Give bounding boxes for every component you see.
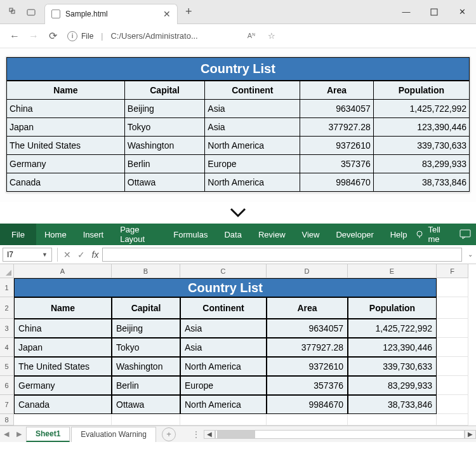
scroll-left-button[interactable]: ◀ [204,430,215,439]
cell[interactable] [437,278,468,297]
tell-me-button[interactable]: Tell me [428,225,444,244]
cell[interactable]: 9984670 [267,395,348,414]
cell[interactable]: 339,730,633 [348,357,437,376]
cell[interactable] [437,297,468,319]
ribbon-tab-developer[interactable]: Developer [327,224,381,245]
tabs-icon[interactable] [25,6,37,18]
cancel-formula-button[interactable]: ✕ [60,248,74,262]
cell[interactable] [437,338,468,357]
new-sheet-button[interactable]: + [162,427,176,441]
col-header[interactable]: F [437,264,468,278]
cell[interactable]: Germany [14,376,112,395]
cell[interactable]: North America [180,395,267,414]
workspace-icon[interactable] [8,6,19,18]
cell-header[interactable]: Capital [112,297,180,319]
cell[interactable]: Ottawa [112,395,180,414]
back-button[interactable]: ← [5,27,24,46]
ribbon-tab-review[interactable]: Review [250,224,294,245]
row-header[interactable]: 6 [0,376,14,395]
cell[interactable]: 9372610 [267,357,348,376]
new-tab-button[interactable]: + [178,5,200,18]
cell[interactable]: Japan [14,338,112,357]
cell[interactable]: 83,299,933 [348,376,437,395]
browser-tab[interactable]: Sample.html ✕ [44,4,178,24]
cell[interactable] [437,376,468,395]
cell[interactable] [437,357,468,376]
cell[interactable] [112,414,180,426]
row-header[interactable]: 1 [0,278,14,297]
window-minimize-button[interactable]: — [392,0,420,24]
cell[interactable] [14,414,112,426]
col-header[interactable]: D [267,264,348,278]
ribbon-tab-page-layout[interactable]: Page Layout [112,224,165,245]
col-header[interactable]: C [180,264,267,278]
cell[interactable]: Asia [180,319,267,338]
merged-title-cell[interactable]: Country List [14,278,437,297]
col-header[interactable]: E [348,264,437,278]
row-header[interactable]: 5 [0,357,14,376]
fx-button[interactable]: fx [88,248,102,262]
cell[interactable] [437,414,468,426]
window-close-button[interactable]: ✕ [448,0,476,24]
ribbon-tab-view[interactable]: View [294,224,328,245]
scroll-right-button[interactable]: ▶ [465,430,476,439]
window-maximize-button[interactable] [420,0,448,24]
cell[interactable]: 377927.28 [267,338,348,357]
cell-header[interactable]: Continent [180,297,267,319]
cell[interactable] [437,395,468,414]
cell[interactable] [267,414,348,426]
cell[interactable]: Beijing [112,319,180,338]
cell[interactable]: 38,733,846 [348,395,437,414]
comments-icon[interactable] [459,229,471,239]
row-header[interactable]: 8 [0,414,14,426]
favorite-button[interactable]: ☆ [263,27,281,45]
sheet-nav-next[interactable]: ▶ [13,430,25,438]
sheet-nav-prev[interactable]: ◀ [0,430,13,438]
cell[interactable]: Canada [14,395,112,414]
row-header[interactable]: 4 [0,338,14,357]
sheet-tab-evaluation-warning[interactable]: Evaluation Warning [71,427,156,442]
ribbon-tab-help[interactable]: Help [382,224,416,245]
cell[interactable]: 9634057 [267,319,348,338]
chevron-down-icon[interactable]: ▼ [42,251,48,258]
col-header[interactable]: B [112,264,180,278]
cell-header[interactable]: Area [267,297,348,319]
enter-formula-button[interactable]: ✓ [74,248,88,262]
horizontal-scrollbar[interactable] [215,430,465,439]
cell[interactable] [180,414,267,426]
formula-input[interactable] [102,248,462,262]
ribbon-tab-file[interactable]: File [0,224,36,245]
name-box[interactable]: I7 ▼ [3,248,52,262]
cell[interactable]: North America [180,357,267,376]
cell[interactable]: Washington [112,357,180,376]
ribbon-tab-formulas[interactable]: Formulas [165,224,216,245]
cell[interactable] [437,319,468,338]
expand-formula-bar-icon[interactable]: ⌄ [465,251,476,258]
cell[interactable]: Berlin [112,376,180,395]
cell[interactable] [348,414,437,426]
cell-header[interactable]: Name [14,297,112,319]
cell[interactable]: Europe [180,376,267,395]
ribbon-tab-home[interactable]: Home [36,224,75,245]
sheet-tab-sheet1[interactable]: Sheet1 [26,427,70,442]
ribbon-tab-insert[interactable]: Insert [75,224,112,245]
cell[interactable]: 357376 [267,376,348,395]
ribbon-tab-data[interactable]: Data [216,224,249,245]
row-header[interactable]: 2 [0,297,14,319]
reader-mode-button[interactable]: Aᴺ [242,27,260,45]
site-info-icon[interactable]: i [67,31,77,41]
cell[interactable]: Asia [180,338,267,357]
scroll-thumb[interactable] [217,431,255,438]
col-header[interactable]: A [14,264,112,278]
close-tab-icon[interactable]: ✕ [163,9,171,19]
cell[interactable]: 1,425,722,992 [348,319,437,338]
url-box[interactable]: i File | C:/Users/Administrato... [67,31,198,41]
refresh-button[interactable]: ⟳ [43,27,62,46]
row-header[interactable]: 7 [0,395,14,414]
cell-header[interactable]: Population [348,297,437,319]
select-all-corner[interactable] [0,264,14,278]
cell[interactable]: The United States [14,357,112,376]
cell[interactable]: 123,390,446 [348,338,437,357]
cell[interactable]: Tokyo [112,338,180,357]
row-header[interactable]: 3 [0,319,14,338]
